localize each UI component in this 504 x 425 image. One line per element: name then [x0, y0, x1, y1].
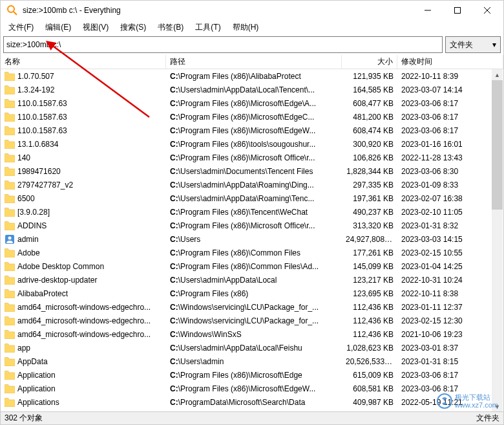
table-row[interactable]: 140C:\Program Files (x86)\Microsoft Offi… — [1, 151, 503, 164]
cell-size: 24,927,808 KB — [342, 235, 397, 244]
table-row[interactable]: ADDINSC:\Program Files (x86)\Microsoft O… — [1, 219, 503, 232]
cell-size: 106,826 KB — [342, 153, 397, 162]
filter-dropdown[interactable]: 文件夹 ▾ — [445, 36, 501, 53]
cell-date: 2022-10-11 8:39 — [397, 72, 503, 81]
cell-size: 112,436 KB — [342, 330, 397, 339]
file-name: 1.0.70.507 — [17, 72, 54, 81]
cell-path: C:\Users\admin\AppData\Local — [166, 276, 342, 285]
menu-tool[interactable]: 工具(T) — [190, 21, 226, 34]
cell-path: C:\Users\admin\AppData\Roaming\Ding... — [166, 180, 342, 190]
scrollbar[interactable]: ▲ ▼ — [492, 69, 503, 412]
cell-date: 2023-02-10 11:05 — [397, 208, 503, 217]
table-row[interactable]: 1.0.70.507C:\Program Files (x86)\Alibaba… — [1, 69, 503, 83]
table-row[interactable]: AdobeC:\Program Files (x86)\Common Files… — [1, 246, 503, 259]
scroll-thumb[interactable] — [492, 80, 503, 210]
cell-size: 123,695 KB — [342, 289, 397, 298]
results-list: 1.0.70.507C:\Program Files (x86)\Alibaba… — [1, 69, 503, 413]
cell-path: C:\Program Files (x86)\Common Files\Ad..… — [166, 262, 342, 271]
file-name: amd64_microsoft-windows-edgechro... — [17, 316, 151, 325]
cell-size: 121,935 KB — [342, 72, 397, 81]
table-row[interactable]: 1989471620C:\Users\admin\Documents\Tence… — [1, 164, 503, 178]
table-row[interactable]: 110.0.1587.63C:\Program Files (x86)\Micr… — [1, 96, 503, 110]
cell-date: 2022-10-11 8:38 — [397, 289, 503, 298]
cell-size: 409,987 KB — [342, 398, 397, 407]
table-row[interactable]: ApplicationC:\Program Files (x86)\Micros… — [1, 368, 503, 382]
cell-name: app — [1, 343, 166, 353]
table-row[interactable]: adminC:\Users24,927,808 KB2023-03-03 14:… — [1, 232, 503, 246]
cell-size: 177,261 KB — [342, 248, 397, 257]
table-row[interactable]: AppDataC:\Users\admin20,526,533 KB2023-0… — [1, 354, 503, 368]
table-row[interactable]: ApplicationsC:\ProgramData\Microsoft\Sea… — [1, 395, 503, 409]
cell-path: C:\Users\admin — [166, 357, 342, 366]
menu-bookmark[interactable]: 书签(B) — [152, 21, 189, 34]
cell-size: 300,920 KB — [342, 140, 397, 149]
file-name: Adobe Desktop Common — [17, 262, 104, 271]
header-name[interactable]: 名称 — [1, 55, 166, 69]
menu-search[interactable]: 搜索(S) — [115, 21, 151, 34]
column-headers: 名称 路径 大小 修改时间 — [1, 55, 503, 69]
svg-point-9 — [437, 394, 452, 408]
table-row[interactable]: AlibabaProtectC:\Program Files (x86)123,… — [1, 287, 503, 300]
file-name: ADDINS — [17, 221, 47, 230]
svg-point-0 — [8, 6, 14, 12]
search-input[interactable] — [3, 36, 443, 53]
cell-path: C:\Program Files (x86)\tools\sougoushur.… — [166, 140, 342, 149]
cell-name: AppData — [1, 357, 166, 366]
cell-size: 112,436 KB — [342, 303, 397, 312]
watermark-url: www.xz7.com — [455, 401, 498, 409]
maximize-button[interactable] — [443, 1, 472, 20]
table-row[interactable]: amd64_microsoft-windows-edgechro...C:\Wi… — [1, 314, 503, 327]
cell-size: 615,009 KB — [342, 371, 397, 380]
table-row[interactable]: 1.3.24-192C:\Users\admin\AppData\Local\T… — [1, 83, 503, 96]
cell-date: 2022-11-28 13:43 — [397, 153, 503, 162]
titlebar: size:>100mb c:\ - Everything — [1, 1, 503, 20]
file-name: [3.9.0.28] — [17, 208, 50, 217]
cell-name: 1989471620 — [1, 167, 166, 176]
table-row[interactable]: [3.9.0.28]C:\Program Files (x86)\Tencent… — [1, 205, 503, 219]
cell-size: 608,477 KB — [342, 99, 397, 108]
table-row[interactable]: amd64_microsoft-windows-edgechro...C:\Wi… — [1, 327, 503, 341]
table-row[interactable]: 13.1.0.6834C:\Program Files (x86)\tools\… — [1, 137, 503, 151]
header-path[interactable]: 路径 — [166, 55, 342, 69]
cell-date: 2023-03-06 8:17 — [397, 126, 503, 135]
cell-size: 608,474 KB — [342, 126, 397, 135]
svg-point-7 — [8, 236, 12, 239]
file-name: 110.0.1587.63 — [17, 113, 67, 122]
table-row[interactable]: 2797427787_v2C:\Users\admin\AppData\Roam… — [1, 178, 503, 191]
cell-path: C:\Users\admin\Documents\Tencent Files — [166, 167, 342, 176]
watermark-logo-icon — [437, 393, 452, 409]
cell-path: C:\Windows\servicing\LCU\Package_for_... — [166, 303, 342, 312]
menubar: 文件(F) 编辑(E) 视图(V) 搜索(S) 书签(B) 工具(T) 帮助(H… — [1, 20, 503, 34]
cell-path: C:\Windows\WinSxS — [166, 330, 342, 339]
menu-view[interactable]: 视图(V) — [78, 21, 114, 34]
file-name: app — [17, 343, 30, 353]
cell-path: C:\ProgramData\Microsoft\Search\Data — [166, 398, 342, 407]
svg-line-1 — [14, 12, 17, 15]
table-row[interactable]: 110.0.1587.63C:\Program Files (x86)\Micr… — [1, 110, 503, 124]
table-row[interactable]: adrive-desktop-updaterC:\Users\admin\App… — [1, 273, 503, 287]
table-row[interactable]: appC:\Users\admin\AppData\Local\Feishu1,… — [1, 341, 503, 354]
table-row[interactable]: 6500C:\Users\admin\AppData\Roaming\Tenc.… — [1, 191, 503, 205]
cell-size: 490,237 KB — [342, 208, 397, 217]
header-date[interactable]: 修改时间 — [397, 55, 503, 69]
cell-path: C:\Program Files (x86)\Microsoft\EdgeC..… — [166, 113, 342, 122]
table-row[interactable]: Adobe Desktop CommonC:\Program Files (x8… — [1, 259, 503, 273]
cell-size: 112,436 KB — [342, 316, 397, 325]
table-row[interactable]: amd64_microsoft-windows-edgechro...C:\Wi… — [1, 300, 503, 314]
menu-file[interactable]: 文件(F) — [3, 21, 39, 34]
close-button[interactable] — [472, 1, 502, 20]
table-row[interactable]: 110.0.1587.63C:\Program Files (x86)\Micr… — [1, 124, 503, 137]
cell-name: 1.0.70.507 — [1, 72, 166, 81]
minimize-button[interactable] — [413, 1, 443, 20]
scroll-up-button[interactable]: ▲ — [492, 69, 503, 80]
file-name: 110.0.1587.63 — [17, 99, 67, 108]
file-name: AlibabaProtect — [17, 289, 68, 298]
header-size[interactable]: 大小 — [342, 55, 397, 69]
menu-edit[interactable]: 编辑(E) — [40, 21, 76, 34]
table-row[interactable]: ApplicationC:\Program Files (x86)\Micros… — [1, 382, 503, 395]
cell-path: C:\Windows\servicing\LCU\Package_for_... — [166, 316, 342, 325]
menu-help[interactable]: 帮助(H) — [227, 21, 264, 34]
cell-path: C:\Program Files (x86) — [166, 289, 342, 298]
window-title: size:>100mb c:\ - Everything — [23, 6, 413, 15]
cell-size: 197,361 KB — [342, 194, 397, 203]
